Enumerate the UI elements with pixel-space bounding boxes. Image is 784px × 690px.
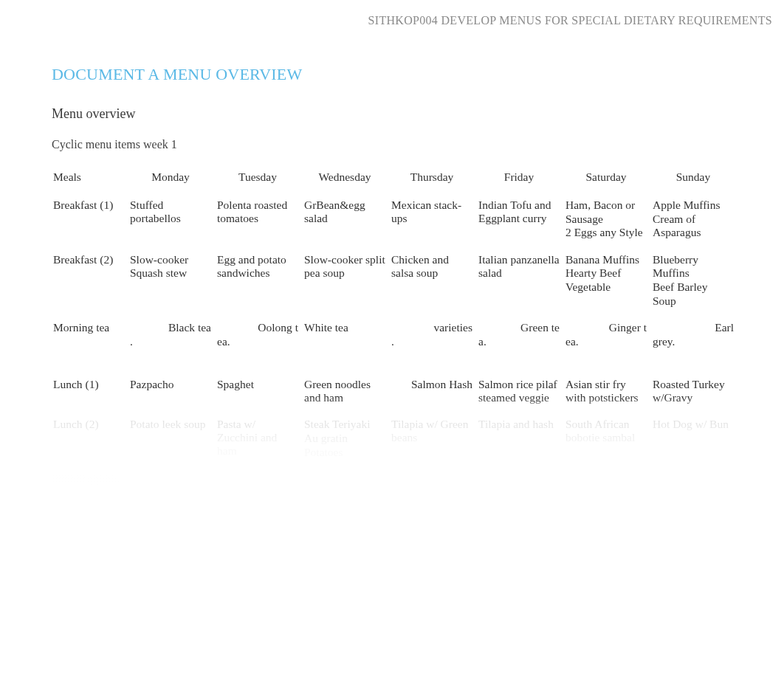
cell — [303, 520, 390, 546]
row-morning-tea: Morning tea Black tea . Oolong t ea. Whi… — [52, 315, 738, 356]
cell: Roasted Turkey w/Gravy — [651, 372, 738, 412]
course-code: SITHKOP004 DEVELOP MENUS FOR SPECIAL DIE… — [368, 14, 772, 27]
row-label: Breakfast (2) — [52, 247, 128, 315]
cell: Hot Dog w/ Bun — [651, 412, 738, 466]
cell: Asian stir fry with potstickers — [564, 372, 651, 412]
row-lunch-2: Lunch (2) Potato leek soup Pasta w/ Zucc… — [52, 412, 738, 466]
cell-text: . — [391, 335, 472, 349]
cell — [477, 520, 564, 546]
cell — [128, 493, 216, 520]
cell: Green te a. — [477, 315, 564, 356]
cell: Spaghet — [216, 372, 303, 412]
cell — [303, 493, 390, 520]
cell: Blueberry MuffinsBeef Barley Soup — [651, 247, 738, 315]
cell-text: Green te — [478, 321, 560, 335]
cell-text: Black tea — [130, 321, 211, 335]
row-label: Dinner (1) — [52, 493, 128, 520]
cell — [564, 520, 651, 546]
table-header-row: Meals Monday Tuesday Wednesday Thursday … — [52, 165, 738, 193]
cell-text: grey. — [653, 335, 734, 349]
col-friday: Friday — [477, 165, 564, 193]
cell — [390, 493, 477, 520]
row-label: Afternoon tea — [52, 466, 128, 493]
spacer-row — [52, 356, 738, 372]
cell: Mexican stack-ups — [390, 193, 477, 247]
page-header: SITHKOP004 DEVELOP MENUS FOR SPECIAL DIE… — [0, 0, 784, 41]
cell: GrBean&egg salad — [303, 193, 390, 247]
row-dinner-1: Dinner (1) — [52, 493, 738, 520]
row-breakfast-2: Breakfast (2) Slow-cooker Squash stew Eg… — [52, 247, 738, 315]
row-dinner-2: Dinner (2) — [52, 520, 738, 546]
cell: Black tea . — [128, 315, 216, 356]
cell — [564, 466, 651, 493]
cell: Green noodles and ham — [303, 372, 390, 412]
cell: Egg and potato sandwiches — [216, 247, 303, 315]
cell — [128, 466, 216, 493]
row-label: Morning tea — [52, 315, 128, 356]
col-meals: Meals — [52, 165, 128, 193]
cell: Tilapia w/ Green beans — [390, 412, 477, 466]
row-label: Dinner (2) — [52, 520, 128, 546]
cell — [390, 466, 477, 493]
cell: Oolong t ea. — [216, 315, 303, 356]
cell — [477, 493, 564, 520]
cell-text: a. — [478, 335, 560, 349]
table-caption: Cyclic menu items week 1 — [52, 138, 732, 151]
cell: Potato leek soup — [128, 412, 216, 466]
cell — [477, 466, 564, 493]
cell-text: ea. — [565, 335, 647, 349]
cell — [651, 466, 738, 493]
cell: Chicken and salsa soup — [390, 247, 477, 315]
col-thursday: Thursday — [390, 165, 477, 193]
cell: Stuffed portabellos — [128, 193, 216, 247]
row-label: Lunch (1) — [52, 372, 128, 412]
cell — [390, 520, 477, 546]
col-tuesday: Tuesday — [216, 165, 303, 193]
cell-text: White tea — [304, 321, 385, 335]
cell-text: . — [130, 335, 211, 349]
document-body: DOCUMENT A MENU OVERVIEW Menu overview C… — [0, 41, 784, 546]
col-wednesday: Wednesday — [303, 165, 390, 193]
col-monday: Monday — [128, 165, 216, 193]
cell: Salmon rice pilaf steamed veggie — [477, 372, 564, 412]
cell — [564, 493, 651, 520]
cell: Pasta w/ Zucchini and ham — [216, 412, 303, 466]
cell: Apple MuffinsCream of Asparagus — [651, 193, 738, 247]
cell: Salmon Hash — [390, 372, 477, 412]
cell: Tilapia and hash — [477, 412, 564, 466]
cell-text: Oolong t — [217, 321, 298, 335]
cell — [216, 493, 303, 520]
cell — [651, 520, 738, 546]
cell: Ginger t ea. — [564, 315, 651, 356]
cell: Italian panzanella salad — [477, 247, 564, 315]
cell: White tea — [303, 315, 390, 356]
cell: varieties . — [390, 315, 477, 356]
cell: Slow-cooker Squash stew — [128, 247, 216, 315]
cell — [303, 466, 390, 493]
cell — [651, 493, 738, 520]
col-saturday: Saturday — [564, 165, 651, 193]
row-breakfast-1: Breakfast (1) Stuffed portabellos Polent… — [52, 193, 738, 247]
cell: Earl grey. — [651, 315, 738, 356]
cell-text: Earl — [653, 321, 734, 335]
cell: Pazpacho — [128, 372, 216, 412]
col-sunday: Sunday — [651, 165, 738, 193]
section-subtitle: Menu overview — [52, 106, 732, 122]
row-label: Breakfast (1) — [52, 193, 128, 247]
cell: Ham, Bacon or Sausage2 Eggs any Style — [564, 193, 651, 247]
cell: Indian Tofu and Eggplant curry — [477, 193, 564, 247]
cell — [216, 466, 303, 493]
row-afternoon-tea: Afternoon tea — [52, 466, 738, 493]
cell: South African bobotie sambal — [564, 412, 651, 466]
row-lunch-1: Lunch (1) Pazpacho Spaghet Green noodles… — [52, 372, 738, 412]
cell-text: Ginger t — [565, 321, 647, 335]
cell — [216, 520, 303, 546]
cell: Banana MuffinsHearty Beef Vegetable — [564, 247, 651, 315]
row-label: Lunch (2) — [52, 412, 128, 466]
cell: Steak TeriyakiAu gratin Potatoes — [303, 412, 390, 466]
cell — [128, 520, 216, 546]
cell-text: ea. — [217, 335, 298, 349]
cell: Slow-cooker split pea soup — [303, 247, 390, 315]
cell: Polenta roasted tomatoes — [216, 193, 303, 247]
menu-table: Meals Monday Tuesday Wednesday Thursday … — [52, 165, 738, 546]
